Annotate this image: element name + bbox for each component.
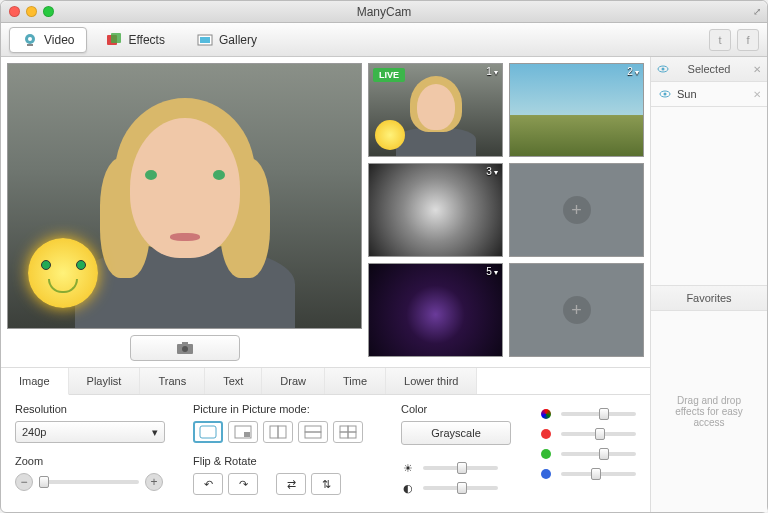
source-slot-5[interactable]: 5 — [368, 263, 503, 357]
ctab-trans[interactable]: Trans — [140, 368, 205, 394]
green-icon — [539, 447, 553, 461]
capture-button[interactable] — [130, 335, 240, 361]
window-title: ManyCam — [1, 5, 767, 19]
svg-rect-8 — [182, 342, 188, 345]
facebook-button[interactable]: f — [737, 29, 759, 51]
pip-mode-1[interactable] — [193, 421, 223, 443]
add-source-icon: + — [563, 296, 591, 324]
zoom-out-button[interactable]: − — [15, 473, 33, 491]
zoom-slider[interactable] — [39, 480, 139, 484]
svg-point-1 — [28, 37, 32, 41]
tab-gallery-label: Gallery — [219, 33, 257, 47]
svg-point-9 — [182, 346, 188, 352]
color-label: Color — [401, 403, 521, 415]
gallery-icon — [197, 32, 213, 48]
contrast-slider[interactable] — [423, 486, 498, 490]
effects-sidebar: Selected ✕ Sun ✕ Favorites Drag and drop… — [651, 57, 767, 512]
rgb-icon — [539, 407, 553, 421]
ctab-playlist[interactable]: Playlist — [69, 368, 141, 394]
red-icon — [539, 427, 553, 441]
flip-horizontal-button[interactable]: ⇄ — [276, 473, 306, 495]
svg-rect-20 — [348, 432, 356, 438]
svg-rect-18 — [348, 426, 356, 432]
svg-point-24 — [664, 93, 667, 96]
svg-rect-12 — [244, 432, 250, 437]
resolution-select[interactable]: 240p ▾ — [15, 421, 165, 443]
svg-rect-14 — [278, 426, 286, 438]
favorites-hint: Drag and drop effects for easy access — [651, 311, 767, 513]
svg-rect-10 — [200, 426, 216, 438]
svg-rect-17 — [340, 426, 348, 432]
twitter-button[interactable]: t — [709, 29, 731, 51]
source-number[interactable]: 3 — [486, 166, 498, 177]
flip-vertical-button[interactable]: ⇅ — [311, 473, 341, 495]
app-window: ManyCam ⤢ Video Effects Gallery t f — [0, 0, 768, 513]
ctab-draw[interactable]: Draw — [262, 368, 325, 394]
tab-gallery[interactable]: Gallery — [184, 27, 270, 53]
remove-effect-button[interactable]: ✕ — [753, 89, 761, 100]
zoom-in-button[interactable]: + — [145, 473, 163, 491]
live-badge: LIVE — [373, 68, 405, 82]
pip-mode-3[interactable] — [263, 421, 293, 443]
selected-effect-item[interactable]: Sun ✕ — [651, 82, 767, 106]
clear-selected-button[interactable]: ✕ — [753, 64, 761, 75]
tab-effects[interactable]: Effects — [93, 27, 177, 53]
tab-video-label: Video — [44, 33, 74, 47]
source-grid: LIVE 1 2 3 + 5 + — [368, 63, 644, 361]
svg-rect-13 — [270, 426, 278, 438]
chevron-down-icon: ▾ — [152, 426, 158, 439]
pip-mode-2[interactable] — [228, 421, 258, 443]
blue-slider[interactable] — [561, 472, 636, 476]
blue-icon — [539, 467, 553, 481]
tab-video[interactable]: Video — [9, 27, 87, 53]
visibility-icon[interactable] — [659, 88, 671, 100]
main-toolbar: Video Effects Gallery t f — [1, 23, 767, 57]
sun-effect-overlay — [18, 228, 108, 318]
camera-icon — [176, 341, 194, 355]
pip-mode-4[interactable] — [298, 421, 328, 443]
source-slot-1[interactable]: LIVE 1 — [368, 63, 503, 157]
flip-label: Flip & Rotate — [193, 455, 383, 467]
source-slot-6[interactable]: + — [509, 263, 644, 357]
source-number[interactable]: 5 — [486, 266, 498, 277]
source-slot-2[interactable]: 2 — [509, 63, 644, 157]
webcam-icon — [22, 32, 38, 48]
tab-effects-label: Effects — [128, 33, 164, 47]
resolution-value: 240p — [22, 426, 46, 438]
svg-point-22 — [662, 68, 665, 71]
resolution-label: Resolution — [15, 403, 175, 415]
rotate-left-button[interactable]: ↶ — [193, 473, 223, 495]
visibility-icon[interactable] — [657, 63, 669, 75]
titlebar: ManyCam ⤢ — [1, 1, 767, 23]
main-preview[interactable] — [7, 63, 362, 329]
webcam-feed — [85, 88, 285, 329]
svg-rect-2 — [27, 44, 33, 46]
grayscale-button[interactable]: Grayscale — [401, 421, 511, 445]
brightness-slider[interactable] — [423, 466, 498, 470]
source-number[interactable]: 1 — [486, 66, 498, 77]
svg-rect-16 — [305, 432, 321, 438]
favorites-header[interactable]: Favorites — [651, 285, 767, 311]
green-slider[interactable] — [561, 452, 636, 456]
rotate-right-button[interactable]: ↷ — [228, 473, 258, 495]
zoom-label: Zoom — [15, 455, 175, 467]
ctab-text[interactable]: Text — [205, 368, 262, 394]
fullscreen-icon[interactable]: ⤢ — [753, 6, 761, 17]
svg-rect-15 — [305, 426, 321, 432]
effect-name: Sun — [677, 88, 697, 100]
svg-rect-4 — [111, 33, 121, 43]
source-slot-3[interactable]: 3 — [368, 163, 503, 257]
source-number[interactable]: 2 — [627, 66, 639, 77]
selected-header: Selected ✕ — [651, 57, 767, 82]
svg-rect-6 — [200, 37, 210, 43]
effects-icon — [106, 32, 122, 48]
pip-mode-5[interactable] — [333, 421, 363, 443]
source-slot-4[interactable]: + — [509, 163, 644, 257]
add-source-icon: + — [563, 196, 591, 224]
ctab-time[interactable]: Time — [325, 368, 386, 394]
ctab-image[interactable]: Image — [1, 368, 69, 395]
rgb-slider[interactable] — [561, 412, 636, 416]
ctab-lowerthird[interactable]: Lower third — [386, 368, 477, 394]
red-slider[interactable] — [561, 432, 636, 436]
brightness-icon: ☀ — [401, 461, 415, 475]
